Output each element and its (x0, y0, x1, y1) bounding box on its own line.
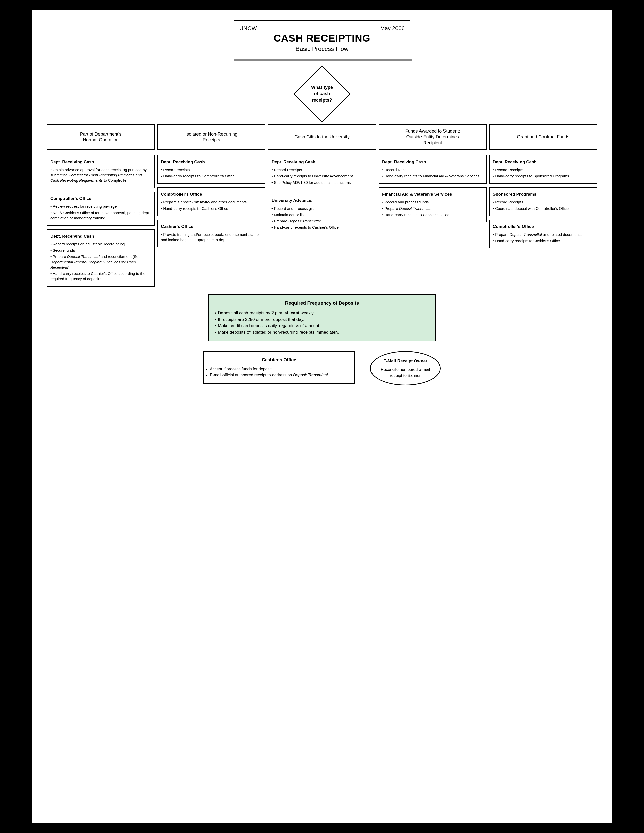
freq-item3: Make credit card deposits daily, regardl… (215, 323, 429, 329)
freq-item2: If receipts are $250 or more, deposit th… (215, 316, 429, 323)
email-receipt-text: Reconcile numbered e-mail receipt to Ban… (378, 367, 432, 379)
col4-box1-list: Record Receipts Hand-carry receipts to F… (382, 167, 483, 179)
col2-box2-item1: Prepare Deposit Transmittal and other do… (161, 199, 262, 205)
col5-box3-item1: Prepare Deposit Transmittal and related … (493, 232, 594, 237)
required-frequency-list: Deposit all cash receipts by 2 p.m. at l… (215, 310, 429, 336)
col5-box3-list: Prepare Deposit Transmittal and related … (493, 232, 594, 243)
col1-box3-list: Record receipts on adjustable record or … (50, 241, 151, 281)
col2-box2-list: Prepare Deposit Transmittal and other do… (161, 199, 262, 211)
col4-box1-title: Dept. Receiving Cash (382, 159, 483, 165)
col3-box2-item3: Prepare Deposit Transmittal (272, 218, 372, 224)
title-left: UNCW (240, 25, 257, 32)
col4-box1-item1: Record Receipts (382, 167, 483, 172)
col5-box2-item1: Record Receipts (493, 199, 594, 205)
diamond-wrapper: What typeof cashreceipts? (299, 71, 345, 117)
col5-box2: Sponsored Programs Record Receipts Coord… (489, 187, 597, 216)
col3-box1-title: Dept. Receiving Cash (272, 159, 372, 165)
col2-box1-list: Record receipts Hand-carry receipts to C… (161, 167, 262, 179)
col5-box1-title: Dept. Receiving Cash (493, 159, 594, 165)
required-frequency-title: Required Frequency of Deposits (215, 300, 429, 307)
freq-item1: Deposit all cash receipts by 2 p.m. at l… (215, 310, 429, 316)
col2-box3-list: Provide training and/or receipt book, en… (161, 232, 262, 242)
col2-box1-title: Dept. Receiving Cash (161, 159, 262, 165)
email-receipt-box: E-Mail Receipt Owner Reconcile numbered … (370, 351, 441, 386)
col3-box2-item4: Hand-carry receipts to Cashier's Office (272, 225, 372, 230)
col3-box2-item1: Record and process gift (272, 206, 372, 211)
col1-box3: Dept. Receiving Cash Record receipts on … (47, 229, 155, 286)
diamond-text-container: What typeof cashreceipts? (299, 71, 345, 117)
bottom-row: Cashier's Office Accept if process funds… (47, 351, 597, 386)
col5-box2-title: Sponsored Programs (493, 191, 594, 198)
col5-box2-item2: Coordinate deposit with Comptroller's Of… (493, 206, 594, 211)
col1-box1-list: Obtain advance approval for each receipt… (50, 167, 151, 183)
col1-box2-title: Comptroller's Office (50, 196, 151, 202)
category-box-4: Funds Awarded to Student:Outside Entity … (378, 124, 487, 150)
cashier-bottom-item2: E-mail official numbered receipt to addr… (210, 372, 348, 378)
col4-box2: Financial Aid & Veteran's Services Recor… (378, 187, 487, 222)
col3-box1-item2: Hand-carry receipts to University Advanc… (272, 174, 372, 179)
cashier-bottom-list: Accept if process funds for deposit. E-m… (210, 366, 348, 378)
col1-box2: Comptroller's Office Review request for … (47, 191, 155, 226)
green-section: Required Frequency of Deposits Deposit a… (47, 294, 597, 341)
col5-box1-list: Record Receipts Hand-carry receipts to S… (493, 167, 594, 179)
title-right: May 2006 (380, 25, 404, 32)
flow-column-1: Dept. Receiving Cash Obtain advance appr… (47, 155, 155, 286)
col2-box2: Comptroller's Office Prepare Deposit Tra… (157, 187, 266, 216)
col2-box3-item1: Provide training and/or receipt book, en… (161, 232, 262, 242)
diamond-text: What typeof cashreceipts? (311, 84, 333, 103)
col4-box2-item2: Prepare Deposit Transmittal (382, 206, 483, 211)
flow-column-3: Dept. Receiving Cash Record Receipts Han… (268, 155, 376, 286)
col1-box2-item2: Notify Cashier's Office of tentative app… (50, 210, 151, 220)
category-box-2: Isolated or Non-RecurringReceipts (157, 124, 266, 150)
col2-box1: Dept. Receiving Cash Record receipts Han… (157, 155, 266, 184)
col2-box2-title: Comptroller's Office (161, 191, 262, 198)
cashier-bottom-box: Cashier's Office Accept if process funds… (203, 351, 355, 384)
category-box-3: Cash Gifts to the University (268, 124, 376, 150)
freq-item4: Make deposits of isolated or non-recurri… (215, 329, 429, 336)
flow-column-4: Dept. Receiving Cash Record Receipts Han… (378, 155, 487, 286)
cashier-bottom-title: Cashier's Office (210, 357, 348, 363)
col1-box3-item3: Prepare Deposit Transmittal and reconcil… (50, 254, 151, 270)
col1-box1-title: Dept. Receiving Cash (50, 159, 151, 165)
title-main: CASH RECEIPTING (240, 32, 404, 44)
col4-box2-title: Financial Aid & Veteran's Services (382, 191, 483, 198)
title-box: UNCW May 2006 CASH RECEIPTING Basic Proc… (233, 20, 411, 57)
col3-box1: Dept. Receiving Cash Record Receipts Han… (268, 155, 376, 190)
col5-box1-item2: Hand-carry receipts to Sponsored Program… (493, 174, 594, 179)
col2-box1-item1: Record receipts (161, 167, 262, 172)
col1-box3-item4: Hand-carry receipts to Cashier's Office … (50, 271, 151, 281)
col1-box3-item2: Secure funds (50, 248, 151, 253)
category-row: Part of Department'sNormal Operation Iso… (47, 124, 597, 150)
col4-box2-list: Record and process funds Prepare Deposit… (382, 199, 483, 217)
col4-box1-item2: Hand-carry receipts to Financial Aid & V… (382, 174, 483, 179)
title-top-row: UNCW May 2006 (240, 25, 404, 32)
col5-box3: Comptroller's Office Prepare Deposit Tra… (489, 220, 597, 248)
col5-box3-title: Comptroller's Office (493, 224, 594, 230)
col1-box2-list: Review request for receipting privilege … (50, 204, 151, 220)
col5-box2-list: Record Receipts Coordinate deposit with … (493, 199, 594, 211)
col3-box2-list: Record and process gift Maintain donor l… (272, 206, 372, 230)
diamond-container: What typeof cashreceipts? (47, 71, 597, 117)
col3-box2-item2: Maintain donor list (272, 212, 372, 217)
col1-box1: Dept. Receiving Cash Obtain advance appr… (47, 155, 155, 188)
main-page: UNCW May 2006 CASH RECEIPTING Basic Proc… (32, 10, 612, 823)
col4-box2-item3: Hand-carry receipts to Cashier's Office (382, 212, 483, 217)
flow-column-5: Dept. Receiving Cash Record Receipts Han… (489, 155, 597, 286)
col3-box1-item3: See Policy ADV1.30 for additional instru… (272, 180, 372, 185)
flow-column-2: Dept. Receiving Cash Record receipts Han… (157, 155, 266, 286)
category-box-1: Part of Department'sNormal Operation (47, 124, 155, 150)
col3-box1-item1: Record Receipts (272, 167, 372, 172)
col1-box1-item1: Obtain advance approval for each receipt… (50, 167, 151, 183)
col3-box1-list: Record Receipts Hand-carry receipts to U… (272, 167, 372, 185)
col1-box3-title: Dept. Receiving Cash (50, 233, 151, 239)
col5-box1-item1: Record Receipts (493, 167, 594, 172)
category-box-5: Grant and Contract Funds (489, 124, 597, 150)
title-shadow (233, 60, 412, 61)
col1-box3-item1: Record receipts on adjustable record or … (50, 241, 151, 247)
col2-box3: Cashier's Office Provide training and/or… (157, 220, 266, 248)
title-sub: Basic Process Flow (240, 45, 404, 53)
required-frequency-box: Required Frequency of Deposits Deposit a… (208, 294, 436, 341)
col2-box3-title: Cashier's Office (161, 224, 262, 230)
col4-box1: Dept. Receiving Cash Record Receipts Han… (378, 155, 487, 184)
col5-box3-item2: Hand-carry receipts to Cashier's Office (493, 238, 594, 243)
